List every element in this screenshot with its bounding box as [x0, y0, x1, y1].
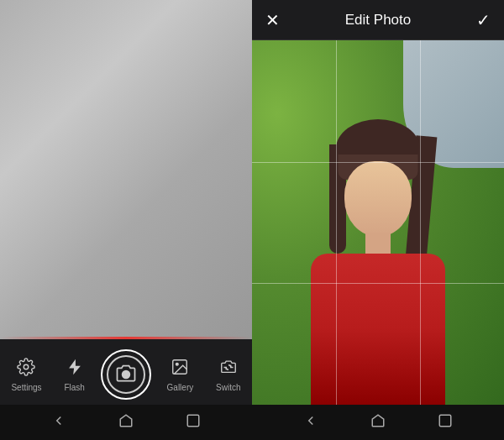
- svg-point-0: [24, 364, 29, 369]
- edit-photo-title: Edit Photo: [345, 12, 411, 29]
- edit-panel: ✕ Edit Photo ✓: [252, 0, 504, 440]
- gallery-icon: [171, 358, 189, 380]
- settings-icon: [17, 358, 35, 380]
- svg-point-3: [176, 363, 179, 365]
- camera-recent-nav[interactable]: [179, 406, 207, 439]
- switch-control[interactable]: Switch: [209, 354, 247, 395]
- photo-display: [252, 40, 504, 405]
- shutter-inner: [107, 355, 145, 394]
- settings-label: Settings: [11, 383, 41, 392]
- edit-back-nav[interactable]: [297, 406, 325, 439]
- camera-red-line: [0, 337, 252, 339]
- switch-camera-icon: [219, 358, 238, 380]
- edit-header: ✕ Edit Photo ✓: [252, 0, 504, 40]
- camera-viewfinder: [0, 0, 252, 339]
- photo-background: [252, 40, 504, 405]
- svg-rect-5: [439, 415, 451, 427]
- svg-rect-4: [187, 415, 199, 427]
- edit-home-nav[interactable]: [364, 406, 392, 439]
- camera-back-nav[interactable]: [45, 406, 73, 439]
- close-button[interactable]: ✕: [265, 10, 280, 30]
- shutter-button[interactable]: [101, 349, 151, 400]
- svg-point-1: [121, 370, 130, 380]
- confirm-button[interactable]: ✓: [476, 10, 491, 30]
- camera-nav-bar: [0, 405, 252, 440]
- edit-recent-nav[interactable]: [431, 406, 459, 439]
- settings-control[interactable]: Settings: [4, 354, 48, 395]
- flash-icon: [66, 358, 84, 380]
- flash-label: Flash: [64, 383, 84, 392]
- shirt: [311, 254, 445, 405]
- gallery-label: Gallery: [167, 383, 194, 392]
- camera-home-nav[interactable]: [112, 406, 140, 439]
- camera-panel: Settings Flash: [0, 0, 252, 440]
- edit-nav-bar: [252, 405, 504, 440]
- gallery-control[interactable]: Gallery: [160, 354, 201, 395]
- camera-controls: Settings Flash: [0, 339, 252, 405]
- flash-control[interactable]: Flash: [57, 354, 91, 395]
- face: [344, 161, 412, 237]
- edit-image-container: [252, 40, 504, 405]
- switch-label: Switch: [216, 383, 240, 392]
